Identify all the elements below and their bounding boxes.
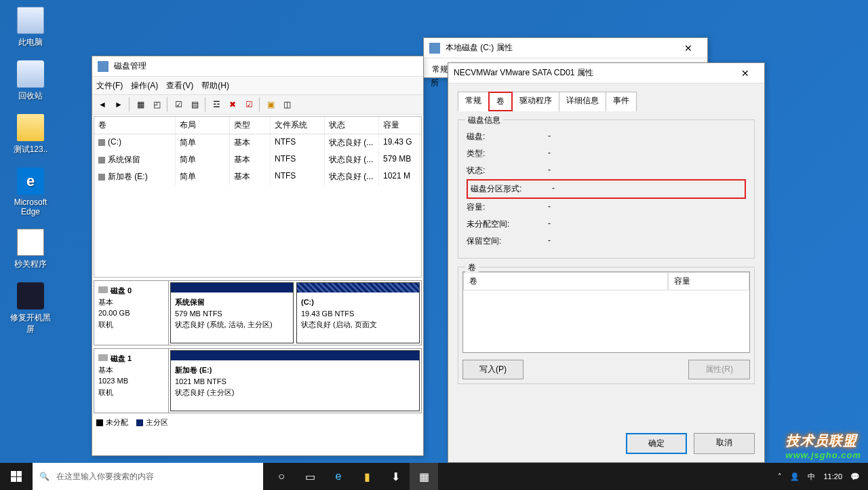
tray-clock[interactable]: 11:20: [823, 472, 842, 480]
tb-btn[interactable]: ▣: [263, 97, 278, 112]
desktop-icon-edge[interactable]: eMicrosoft Edge: [7, 168, 54, 216]
search-icon: 🔍: [39, 472, 50, 481]
volume-row[interactable]: 新加卷 (E:)简单基本NTFS状态良好 (...1021 M: [94, 168, 421, 185]
tb-btn[interactable]: ◫: [279, 97, 294, 112]
drive-icon: [429, 43, 440, 54]
tab-volume[interactable]: 卷: [488, 92, 513, 111]
desktop-icons: 此电脑 回收站 测试123.. eMicrosoft Edge 秒关程序 修复开…: [7, 7, 61, 347]
start-button[interactable]: [0, 463, 33, 490]
desktop-icon-folder[interactable]: 测试123..: [7, 114, 54, 155]
tab-details[interactable]: 详细信息: [559, 92, 606, 111]
partition[interactable]: 新加卷 (E:)1021 MB NTFS状态良好 (主分区): [170, 350, 420, 411]
window-disk-management: 磁盘管理 文件(F) 操作(A) 查看(V) 帮助(H) ◄ ► ▦ ◰ ☑ ▤…: [92, 56, 424, 456]
taskview-icon[interactable]: ▭: [296, 463, 324, 490]
menu-view[interactable]: 查看(V): [166, 80, 193, 92]
menubar: 文件(F) 操作(A) 查看(V) 帮助(H): [92, 77, 423, 94]
window-nec-properties: NECVMWar VMware SATA CD01 属性 ✕ 常规 卷 驱动程序…: [448, 62, 765, 463]
legend: 未分配 主分区: [92, 413, 423, 432]
menu-file[interactable]: 文件(F): [96, 80, 123, 92]
partition[interactable]: 系统保留579 MB NTFS状态良好 (系统, 活动, 主分区): [170, 282, 294, 343]
tray-notify-icon[interactable]: 💬: [850, 472, 860, 481]
tray-ime-icon[interactable]: 中: [808, 472, 815, 482]
tb-btn[interactable]: ☑: [171, 97, 186, 112]
tab-events[interactable]: 事件: [606, 92, 637, 111]
tb-btn[interactable]: ✖: [225, 97, 240, 112]
tb-btn[interactable]: ◰: [149, 97, 164, 112]
volume-row[interactable]: (C:)简单基本NTFS状态良好 (...19.43 G: [94, 134, 421, 151]
taskbar: 🔍 在这里输入你要搜索的内容 ○ ▭ e ▮ ⬇ ▦ ˄ 👤 中 11:20 💬: [0, 463, 868, 490]
window-title: 磁盘管理: [114, 60, 418, 72]
tab-general[interactable]: 常规: [432, 64, 448, 75]
tb-btn[interactable]: ▤: [187, 97, 202, 112]
tray-up-icon[interactable]: ˄: [778, 472, 782, 481]
fwd-button[interactable]: ►: [111, 97, 126, 112]
disk-info-group: 磁盘信息 磁盘:- 类型:- 状态:- 磁盘分区形式:- 容量:- 未分配空间:…: [458, 119, 755, 259]
disk0[interactable]: 磁盘 0基本20.00 GB联机 系统保留579 MB NTFS状态良好 (系统…: [94, 280, 422, 345]
partition[interactable]: (C:)19.43 GB NTFS状态良好 (启动, 页面文: [296, 282, 420, 343]
desktop-icon-app1[interactable]: 秒关程序: [7, 229, 54, 270]
toolbar: ◄ ► ▦ ◰ ☑ ▤ ☲ ✖ ☑ ▣ ◫: [92, 94, 423, 115]
tray-people-icon[interactable]: 👤: [790, 472, 800, 481]
close-button[interactable]: ✕: [675, 39, 702, 58]
window-title: NECVMWar VMware SATA CD01 属性: [454, 67, 732, 79]
tb-btn[interactable]: ☲: [209, 97, 224, 112]
watermark: 技术员联盟 www.jsgho.com: [786, 432, 861, 460]
tab-driver[interactable]: 驱动程序: [512, 92, 559, 111]
volume-header: 卷布局类型文件系统状态容量: [94, 117, 421, 134]
diskmgmt-icon: [98, 61, 108, 72]
cancel-button[interactable]: 取消: [694, 433, 755, 454]
store-icon[interactable]: ⬇: [381, 463, 410, 490]
tray: ˄ 👤 中 11:20 💬: [774, 472, 868, 482]
cortana-icon[interactable]: ○: [267, 463, 296, 490]
explorer-icon[interactable]: ▮: [353, 463, 381, 490]
properties-button: 属性(R): [688, 360, 750, 379]
edge-icon[interactable]: e: [324, 463, 353, 490]
window-title: 本地磁盘 (C:) 属性: [446, 42, 675, 54]
volumes-group: 卷 卷容量 写入(P) 属性(R): [458, 267, 755, 384]
volume-row[interactable]: 系统保留简单基本NTFS状态良好 (...579 MB: [94, 151, 421, 168]
ok-button[interactable]: 确定: [626, 433, 687, 454]
diskmgmt-task-icon[interactable]: ▦: [410, 463, 438, 490]
desktop-icon-recycle[interactable]: 回收站: [7, 60, 54, 102]
populate-button[interactable]: 写入(P): [462, 360, 524, 379]
search-box[interactable]: 🔍 在这里输入你要搜索的内容: [33, 463, 263, 490]
tb-btn[interactable]: ☑: [241, 97, 256, 112]
desktop-icon-pc[interactable]: 此电脑: [7, 7, 54, 48]
tb-btn[interactable]: ▦: [133, 97, 148, 112]
tabs: 常规 卷 驱动程序 详细信息 事件: [458, 92, 755, 111]
menu-help[interactable]: 帮助(H): [201, 80, 229, 92]
menu-action[interactable]: 操作(A): [131, 80, 158, 92]
desktop-icon-app2[interactable]: 修复开机黑屏: [7, 282, 54, 335]
disk-graphical: 磁盘 0基本20.00 GB联机 系统保留579 MB NTFS状态良好 (系统…: [92, 280, 423, 413]
partition-style-row: 磁盘分区形式:-: [467, 179, 746, 199]
volume-listbox[interactable]: 卷容量: [462, 271, 750, 353]
back-button[interactable]: ◄: [95, 97, 110, 112]
search-placeholder: 在这里输入你要搜索的内容: [56, 471, 154, 483]
volume-list: 卷布局类型文件系统状态容量 (C:)简单基本NTFS状态良好 (...19.43…: [94, 116, 422, 278]
disk1[interactable]: 磁盘 1基本1023 MB联机 新加卷 (E:)1021 MB NTFS状态良好…: [94, 348, 422, 413]
tab-general[interactable]: 常规: [458, 92, 489, 111]
close-button[interactable]: ✕: [732, 64, 759, 83]
